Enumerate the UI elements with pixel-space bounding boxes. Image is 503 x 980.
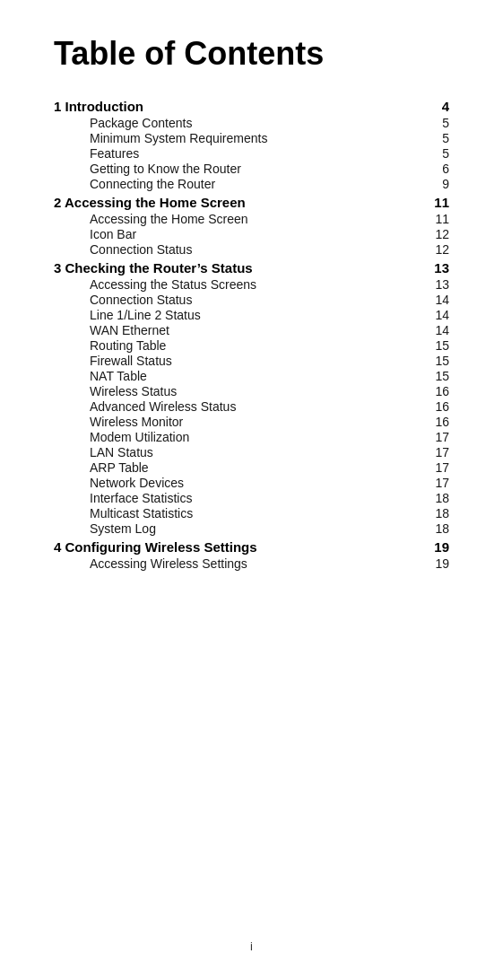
toc-item-label: Minimum System Requirements xyxy=(90,131,267,145)
toc-item-label: Routing Table xyxy=(90,338,166,353)
toc-chapter-row[interactable]: 2 Accessing the Home Screen11 xyxy=(54,195,449,210)
toc-item[interactable]: WAN Ethernet14 xyxy=(54,323,449,337)
toc-item[interactable]: Icon Bar12 xyxy=(54,227,449,241)
toc-item-label: System Log xyxy=(90,521,156,536)
toc-item-page: 14 xyxy=(435,293,449,307)
toc-item-page: 17 xyxy=(435,460,449,475)
toc-item[interactable]: Line 1/Line 2 Status14 xyxy=(54,308,449,322)
toc-item-label: Wireless Status xyxy=(90,384,177,398)
toc-item[interactable]: Connection Status14 xyxy=(54,293,449,307)
toc-item-label: Modem Utilization xyxy=(90,430,189,444)
toc-chapter-label: 4 Configuring Wireless Settings xyxy=(54,539,257,555)
toc-item-page: 11 xyxy=(435,212,449,226)
toc-item-page: 16 xyxy=(435,415,449,429)
toc-item-label: Wireless Monitor xyxy=(90,415,183,429)
toc-chapter-page: 4 xyxy=(442,99,449,114)
toc-item-label: Advanced Wireless Status xyxy=(90,399,236,414)
toc-item[interactable]: Wireless Monitor16 xyxy=(54,415,449,429)
toc-item-label: Connection Status xyxy=(90,293,192,307)
toc-chapter-label: 2 Accessing the Home Screen xyxy=(54,195,246,210)
toc-item-page: 6 xyxy=(442,162,449,176)
toc-container: 1 Introduction4Package Contents5Minimum … xyxy=(54,99,449,571)
page: Table of Contents 1 Introduction4Package… xyxy=(0,0,503,980)
toc-item[interactable]: System Log18 xyxy=(54,521,449,536)
toc-item[interactable]: Connecting the Router9 xyxy=(54,177,449,191)
toc-item-page: 13 xyxy=(435,277,449,292)
toc-item-label: Getting to Know the Router xyxy=(90,162,241,176)
toc-item-page: 15 xyxy=(435,338,449,353)
toc-item[interactable]: ARP Table17 xyxy=(54,460,449,475)
toc-item[interactable]: LAN Status17 xyxy=(54,445,449,459)
toc-item[interactable]: Advanced Wireless Status16 xyxy=(54,399,449,414)
toc-item-label: Connection Status xyxy=(90,242,192,257)
toc-item-label: Accessing the Status Screens xyxy=(90,277,256,292)
toc-chapter-page: 13 xyxy=(434,260,449,276)
toc-item-page: 16 xyxy=(435,399,449,414)
toc-item[interactable]: Interface Statistics18 xyxy=(54,491,449,505)
toc-item-label: WAN Ethernet xyxy=(90,323,169,337)
page-footer: i xyxy=(0,940,503,953)
toc-item-page: 18 xyxy=(435,521,449,536)
toc-item-page: 12 xyxy=(435,242,449,257)
toc-item[interactable]: Accessing Wireless Settings19 xyxy=(54,556,449,571)
toc-item-label: Firewall Status xyxy=(90,354,172,368)
toc-item-label: LAN Status xyxy=(90,445,153,459)
toc-item-page: 18 xyxy=(435,491,449,505)
toc-item-label: Line 1/Line 2 Status xyxy=(90,308,201,322)
toc-item-label: Network Devices xyxy=(90,476,184,490)
toc-item-label: Package Contents xyxy=(90,116,192,130)
toc-chapter-page: 19 xyxy=(434,539,449,555)
toc-item-page: 12 xyxy=(435,227,449,241)
toc-item-label: Accessing the Home Screen xyxy=(90,212,248,226)
toc-item[interactable]: Features5 xyxy=(54,146,449,161)
toc-chapter-section: 1 Introduction4Package Contents5Minimum … xyxy=(54,99,449,191)
toc-item-label: NAT Table xyxy=(90,369,147,383)
toc-item[interactable]: Package Contents5 xyxy=(54,116,449,130)
toc-item[interactable]: NAT Table15 xyxy=(54,369,449,383)
toc-chapter-label: 1 Introduction xyxy=(54,99,143,114)
toc-item[interactable]: Modem Utilization17 xyxy=(54,430,449,444)
toc-item-page: 16 xyxy=(435,384,449,398)
toc-item-page: 19 xyxy=(435,556,449,571)
toc-item-page: 17 xyxy=(435,445,449,459)
toc-item-page: 14 xyxy=(435,308,449,322)
toc-item[interactable]: Minimum System Requirements5 xyxy=(54,131,449,145)
toc-item-page: 17 xyxy=(435,430,449,444)
toc-chapter-section: 2 Accessing the Home Screen11Accessing t… xyxy=(54,195,449,257)
toc-item-page: 9 xyxy=(442,177,449,191)
toc-chapter-section: 3 Checking the Router’s Status13Accessin… xyxy=(54,260,449,536)
toc-item[interactable]: Wireless Status16 xyxy=(54,384,449,398)
toc-item-page: 5 xyxy=(442,116,449,130)
toc-chapter-section: 4 Configuring Wireless Settings19Accessi… xyxy=(54,539,449,571)
toc-item-label: Interface Statistics xyxy=(90,491,192,505)
toc-item-label: ARP Table xyxy=(90,460,149,475)
page-title: Table of Contents xyxy=(54,36,449,72)
toc-item-label: Connecting the Router xyxy=(90,177,215,191)
toc-item[interactable]: Connection Status12 xyxy=(54,242,449,257)
toc-item[interactable]: Network Devices17 xyxy=(54,476,449,490)
toc-item-page: 15 xyxy=(435,354,449,368)
page-number: i xyxy=(250,940,253,953)
toc-chapter-row[interactable]: 3 Checking the Router’s Status13 xyxy=(54,260,449,276)
toc-chapter-page: 11 xyxy=(434,195,449,210)
toc-item[interactable]: Routing Table15 xyxy=(54,338,449,353)
toc-item[interactable]: Getting to Know the Router6 xyxy=(54,162,449,176)
toc-item[interactable]: Accessing the Status Screens13 xyxy=(54,277,449,292)
toc-item-label: Icon Bar xyxy=(90,227,136,241)
toc-item-page: 17 xyxy=(435,476,449,490)
toc-item-page: 5 xyxy=(442,146,449,161)
toc-item-label: Accessing Wireless Settings xyxy=(90,556,247,571)
toc-chapter-label: 3 Checking the Router’s Status xyxy=(54,260,253,276)
toc-item-page: 14 xyxy=(435,323,449,337)
toc-item[interactable]: Accessing the Home Screen11 xyxy=(54,212,449,226)
toc-item-label: Multicast Statistics xyxy=(90,506,193,521)
toc-item-page: 18 xyxy=(435,506,449,521)
toc-chapter-row[interactable]: 1 Introduction4 xyxy=(54,99,449,114)
toc-item[interactable]: Multicast Statistics18 xyxy=(54,506,449,521)
toc-chapter-row[interactable]: 4 Configuring Wireless Settings19 xyxy=(54,539,449,555)
toc-item-label: Features xyxy=(90,146,139,161)
toc-item[interactable]: Firewall Status15 xyxy=(54,354,449,368)
toc-item-page: 5 xyxy=(442,131,449,145)
toc-item-page: 15 xyxy=(435,369,449,383)
